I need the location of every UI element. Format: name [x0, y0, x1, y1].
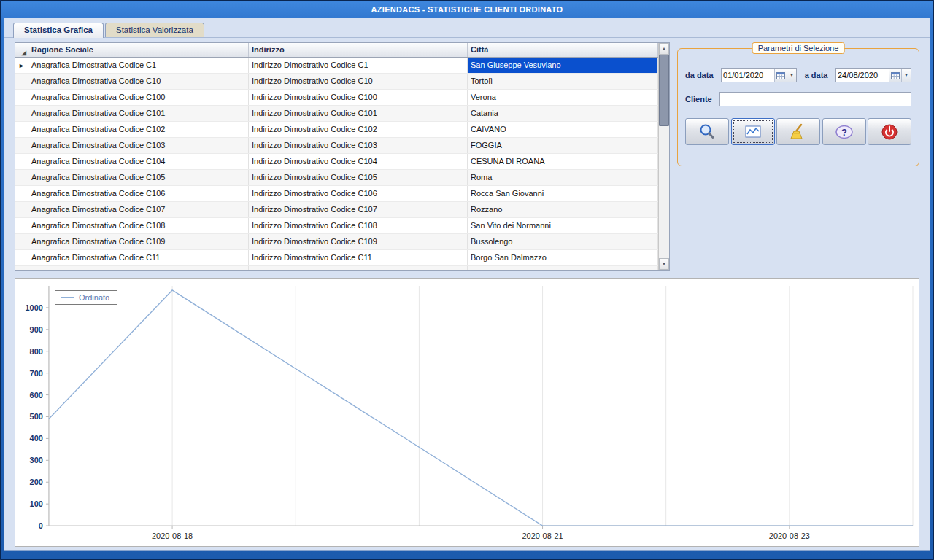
cell-citta[interactable]: San Giuseppe Vesuviano: [468, 58, 658, 73]
cliente-input[interactable]: [719, 92, 911, 106]
cell-ragione-sociale[interactable]: Anagrafica Dimostrativa Codice C106: [28, 186, 249, 201]
select-all-corner[interactable]: ◢: [15, 43, 28, 57]
table-row[interactable]: Anagrafica Dimostrativa Codice C110 Indi…: [15, 266, 658, 271]
cell-indirizzo[interactable]: Indirizzo Dimostrativo Codice C11: [249, 250, 468, 265]
scrollbar-track[interactable]: [659, 55, 669, 258]
chart-icon: [744, 122, 763, 141]
row-indicator: [15, 122, 28, 137]
column-header-citta[interactable]: Città: [468, 43, 658, 57]
cell-citta[interactable]: San Vito dei Normanni: [468, 218, 658, 233]
parametri-di-selezione-panel: Parametri di Selezione da data: [677, 48, 919, 166]
cell-indirizzo[interactable]: Indirizzo Dimostrativo Codice C108: [249, 218, 468, 233]
cell-ragione-sociale[interactable]: Anagrafica Dimostrativa Codice C102: [28, 122, 249, 137]
row-indicator: [15, 186, 28, 201]
broom-icon: [789, 122, 808, 141]
cell-indirizzo[interactable]: Indirizzo Dimostrativo Codice C100: [249, 90, 468, 105]
cell-citta[interactable]: Verona: [468, 90, 658, 105]
row-indicator: [15, 266, 28, 271]
cell-ragione-sociale[interactable]: Anagrafica Dimostrativa Codice C105: [28, 170, 249, 185]
table-row[interactable]: Anagrafica Dimostrativa Codice C102 Indi…: [15, 122, 658, 138]
title-bar[interactable]: AZIENDACS - STATISTICHE CLIENTI ORDINATO: [4, 1, 930, 18]
a-data-input[interactable]: [836, 69, 889, 82]
cell-ragione-sociale[interactable]: Anagrafica Dimostrativa Codice C100: [28, 90, 249, 105]
cell-ragione-sociale[interactable]: Anagrafica Dimostrativa Codice C1: [28, 58, 249, 73]
cell-indirizzo[interactable]: Indirizzo Dimostrativo Codice C104: [249, 154, 468, 169]
power-icon: [880, 122, 899, 141]
cell-indirizzo[interactable]: Indirizzo Dimostrativo Codice C10: [249, 74, 468, 89]
cell-ragione-sociale[interactable]: Anagrafica Dimostrativa Codice C110: [28, 266, 249, 271]
clear-button[interactable]: [776, 118, 820, 145]
chart-button[interactable]: [731, 118, 775, 145]
cell-indirizzo[interactable]: Indirizzo Dimostrativo Codice C101: [249, 106, 468, 121]
da-data-editor[interactable]: ▼: [721, 68, 797, 82]
cell-ragione-sociale[interactable]: Anagrafica Dimostrativa Codice C11: [28, 250, 249, 265]
calendar-icon[interactable]: [774, 69, 787, 82]
cliente-row: Cliente: [685, 92, 911, 106]
search-button[interactable]: [685, 118, 729, 145]
tab-strip: Statistica Grafica Statistica Valorizzat…: [4, 18, 930, 38]
scroll-down-icon[interactable]: ▼: [659, 258, 669, 270]
dropdown-arrow-icon[interactable]: ▼: [787, 69, 796, 82]
tab-statistica-grafica[interactable]: Statistica Grafica: [13, 23, 104, 38]
table-row[interactable]: Anagrafica Dimostrativa Codice C100 Indi…: [15, 90, 658, 106]
table-row[interactable]: Anagrafica Dimostrativa Codice C103 Indi…: [15, 138, 658, 154]
cell-indirizzo[interactable]: Indirizzo Dimostrativo Codice C1: [249, 58, 468, 73]
row-indicator: [15, 218, 28, 233]
cell-citta[interactable]: Rozzano: [468, 202, 658, 217]
line-chart: 010020030040050060070080090010002020-08-…: [15, 279, 919, 546]
help-button[interactable]: ?: [822, 118, 866, 145]
table-row[interactable]: Anagrafica Dimostrativa Codice C104 Indi…: [15, 154, 658, 170]
cell-citta[interactable]: Roma: [468, 170, 658, 185]
cell-indirizzo[interactable]: Indirizzo Dimostrativo Codice C103: [249, 138, 468, 153]
a-data-editor[interactable]: ▼: [835, 68, 911, 82]
column-header-ragione-sociale[interactable]: Ragione Sociale: [28, 43, 249, 57]
scroll-up-icon[interactable]: ▲: [659, 43, 669, 55]
cell-citta[interactable]: CESUNA DI ROANA: [468, 154, 658, 169]
svg-text:900: 900: [30, 325, 43, 334]
cell-indirizzo[interactable]: Indirizzo Dimostrativo Codice C110: [249, 266, 468, 271]
tab-statistica-valorizzata[interactable]: Statistica Valorizzata: [105, 23, 204, 37]
svg-text:700: 700: [30, 369, 43, 378]
cell-ragione-sociale[interactable]: Anagrafica Dimostrativa Codice C108: [28, 218, 249, 233]
vertical-scrollbar[interactable]: ▲ ▼: [658, 43, 669, 270]
grid-header: ◢ Ragione Sociale Indirizzo Città: [15, 43, 658, 58]
cell-citta[interactable]: CAIVANO: [468, 122, 658, 137]
cell-indirizzo[interactable]: Indirizzo Dimostrativo Codice C105: [249, 170, 468, 185]
cell-ragione-sociale[interactable]: Anagrafica Dimostrativa Codice C10: [28, 74, 249, 89]
cell-citta[interactable]: FOGGIA: [468, 138, 658, 153]
cell-indirizzo[interactable]: Indirizzo Dimostrativo Codice C106: [249, 186, 468, 201]
cell-citta[interactable]: Catania: [468, 106, 658, 121]
table-row[interactable]: Anagrafica Dimostrativa Codice C109 Indi…: [15, 234, 658, 250]
dropdown-arrow-icon[interactable]: ▼: [901, 69, 911, 82]
calendar-icon[interactable]: [889, 69, 901, 82]
cell-citta[interactable]: Borgo San Dalmazzo: [468, 250, 658, 265]
column-header-indirizzo[interactable]: Indirizzo: [249, 43, 468, 57]
table-row[interactable]: ► Anagrafica Dimostrativa Codice C1 Indi…: [15, 58, 658, 74]
exit-button[interactable]: [868, 118, 911, 145]
scrollbar-thumb[interactable]: [659, 55, 669, 126]
cell-indirizzo[interactable]: Indirizzo Dimostrativo Codice C102: [249, 122, 468, 137]
table-row[interactable]: Anagrafica Dimostrativa Codice C11 Indir…: [15, 250, 658, 266]
cell-citta[interactable]: [468, 266, 658, 271]
table-row[interactable]: Anagrafica Dimostrativa Codice C108 Indi…: [15, 218, 658, 234]
grid-body: ► Anagrafica Dimostrativa Codice C1 Indi…: [15, 58, 658, 271]
cell-ragione-sociale[interactable]: Anagrafica Dimostrativa Codice C107: [28, 202, 249, 217]
cell-ragione-sociale[interactable]: Anagrafica Dimostrativa Codice C109: [28, 234, 249, 249]
cell-citta[interactable]: Rocca San Giovanni: [468, 186, 658, 201]
row-indicator: [15, 74, 28, 89]
table-row[interactable]: Anagrafica Dimostrativa Codice C106 Indi…: [15, 186, 658, 202]
cell-ragione-sociale[interactable]: Anagrafica Dimostrativa Codice C101: [28, 106, 249, 121]
da-data-input[interactable]: [722, 69, 774, 82]
cell-indirizzo[interactable]: Indirizzo Dimostrativo Codice C107: [249, 202, 468, 217]
table-row[interactable]: Anagrafica Dimostrativa Codice C107 Indi…: [15, 202, 658, 218]
cell-citta[interactable]: Tortolì: [468, 74, 658, 89]
table-row[interactable]: Anagrafica Dimostrativa Codice C101 Indi…: [15, 106, 658, 122]
cell-ragione-sociale[interactable]: Anagrafica Dimostrativa Codice C104: [28, 154, 249, 169]
table-row[interactable]: Anagrafica Dimostrativa Codice C105 Indi…: [15, 170, 658, 186]
table-row[interactable]: Anagrafica Dimostrativa Codice C10 Indir…: [15, 74, 658, 90]
svg-text:2020-08-18: 2020-08-18: [152, 532, 193, 540]
cell-citta[interactable]: Bussolengo: [468, 234, 658, 249]
cell-indirizzo[interactable]: Indirizzo Dimostrativo Codice C109: [249, 234, 468, 249]
row-indicator: [15, 202, 28, 217]
cell-ragione-sociale[interactable]: Anagrafica Dimostrativa Codice C103: [28, 138, 249, 153]
